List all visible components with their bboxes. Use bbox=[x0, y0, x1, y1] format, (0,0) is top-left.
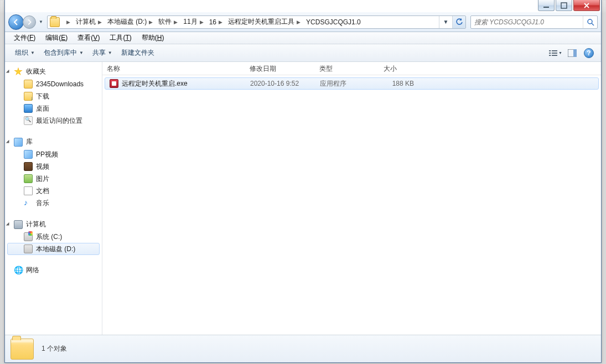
file-size: 188 KB bbox=[380, 80, 418, 87]
sidebar-libraries[interactable]: 库 bbox=[5, 136, 102, 148]
nav-history-dropdown[interactable]: ▼ bbox=[37, 19, 45, 24]
crumb-nov[interactable]: 11月▶ bbox=[180, 16, 205, 28]
preview-pane-button[interactable] bbox=[566, 47, 579, 59]
share-button[interactable]: 共享▼ bbox=[88, 46, 117, 59]
search-box[interactable] bbox=[470, 15, 598, 29]
network-icon: 🌐 bbox=[14, 266, 23, 275]
item-label: 系统 (C:) bbox=[36, 232, 62, 242]
sidebar-item-d[interactable]: 本地磁盘 (D:) bbox=[7, 243, 100, 255]
close-button[interactable] bbox=[573, 0, 600, 11]
newfolder-button[interactable]: 新建文件夹 bbox=[117, 46, 159, 59]
address-dropdown[interactable]: ▼ bbox=[439, 16, 452, 28]
crumb-current[interactable]: YCDSGJCQGJ1.0 bbox=[303, 16, 363, 28]
item-label: 下载 bbox=[36, 92, 49, 101]
sidebar-item-2345[interactable]: 2345Downloads bbox=[5, 78, 102, 90]
view-options-button[interactable]: ▼ bbox=[549, 47, 562, 59]
window-controls bbox=[537, 0, 600, 12]
item-label: 图片 bbox=[36, 174, 49, 184]
svg-rect-6 bbox=[552, 53, 557, 54]
menu-bar: 文件(F) 编辑(E) 查看(V) 工具(T) 帮助(H) bbox=[5, 32, 601, 44]
chevron-down-icon: ▼ bbox=[30, 50, 35, 55]
menu-view[interactable]: 查看(V) bbox=[73, 32, 104, 44]
drive-icon bbox=[24, 245, 33, 253]
library-icon bbox=[24, 150, 33, 159]
crumb-tool[interactable]: 远程定时关机重启工具▶ bbox=[225, 16, 303, 28]
libraries-label: 库 bbox=[26, 137, 33, 147]
file-type: 应用程序 bbox=[315, 79, 380, 89]
sidebar-item-recent[interactable]: 最近访问的位置 bbox=[5, 115, 102, 127]
sidebar-item-video[interactable]: 视频 bbox=[5, 160, 102, 173]
col-type[interactable]: 类型 bbox=[315, 62, 379, 75]
include-label: 包含到库中 bbox=[44, 48, 77, 58]
sidebar-item-desktop[interactable]: 桌面 bbox=[5, 102, 102, 115]
include-button[interactable]: 包含到库中▼ bbox=[39, 46, 88, 59]
crumb-label: 软件 bbox=[158, 17, 172, 27]
crumb-root-arrow[interactable]: ▶ bbox=[61, 16, 72, 28]
sidebar-item-docs[interactable]: 文档 bbox=[5, 185, 102, 197]
menu-edit[interactable]: 编辑(E) bbox=[41, 32, 72, 44]
svg-rect-1 bbox=[561, 3, 567, 8]
help-button[interactable]: ? bbox=[582, 47, 595, 59]
music-icon: ♪ bbox=[24, 199, 33, 207]
minimize-button[interactable] bbox=[538, 0, 555, 11]
crumb-d[interactable]: 本地磁盘 (D:)▶ bbox=[104, 16, 155, 28]
desktop-icon bbox=[24, 104, 33, 113]
crumb-label: 11月 bbox=[183, 17, 197, 27]
expand-icon bbox=[6, 69, 11, 74]
sidebar-computer[interactable]: 计算机 bbox=[5, 218, 102, 231]
navigation-bar: ▼ ▶ 计算机▶ 本地磁盘 (D:)▶ 软件▶ 11月▶ 16▶ 远程定时关机重… bbox=[5, 12, 601, 32]
computer-label: 计算机 bbox=[26, 220, 46, 229]
item-label: 最近访问的位置 bbox=[36, 116, 82, 126]
svg-point-2 bbox=[588, 19, 592, 24]
crumb-software[interactable]: 软件▶ bbox=[155, 16, 180, 28]
sidebar-item-downloads[interactable]: 下载 bbox=[5, 90, 102, 102]
svg-rect-10 bbox=[573, 49, 577, 57]
maximize-button[interactable] bbox=[556, 0, 572, 11]
drive-icon bbox=[24, 232, 33, 241]
back-button[interactable] bbox=[8, 14, 24, 30]
item-label: 视频 bbox=[36, 162, 49, 171]
sidebar-favorites[interactable]: 收藏夹 bbox=[5, 65, 102, 78]
sidebar-item-c[interactable]: 系统 (C:) bbox=[5, 231, 102, 243]
share-label: 共享 bbox=[92, 48, 106, 58]
svg-rect-0 bbox=[543, 7, 549, 8]
item-label: 音乐 bbox=[36, 199, 49, 208]
crumb-label: 计算机 bbox=[76, 17, 96, 27]
crumb-computer[interactable]: 计算机▶ bbox=[72, 16, 104, 28]
sidebar-item-images[interactable]: 图片 bbox=[5, 173, 102, 185]
column-headers: 名称 修改日期 类型 大小 bbox=[102, 62, 601, 75]
sidebar-item-music[interactable]: ♪音乐 bbox=[5, 197, 102, 209]
search-input[interactable] bbox=[471, 18, 583, 26]
sidebar-network[interactable]: 🌐网络 bbox=[5, 264, 102, 277]
status-bar: 1 个对象 bbox=[5, 335, 601, 362]
col-date[interactable]: 修改日期 bbox=[245, 62, 315, 75]
video-icon bbox=[24, 162, 33, 171]
crumb-16[interactable]: 16▶ bbox=[206, 16, 225, 28]
organize-button[interactable]: 组织▼ bbox=[11, 46, 39, 59]
item-label: 本地磁盘 (D:) bbox=[36, 245, 75, 254]
folder-icon bbox=[24, 80, 33, 89]
forward-button[interactable] bbox=[23, 15, 36, 29]
star-icon bbox=[14, 67, 23, 76]
address-bar[interactable]: ▶ 计算机▶ 本地磁盘 (D:)▶ 软件▶ 11月▶ 16▶ 远程定时关机重启工… bbox=[47, 15, 466, 29]
downloads-icon bbox=[24, 92, 33, 101]
file-rows[interactable]: 远程定时关机重启.exe 2020-10-16 9:52 应用程序 188 KB bbox=[102, 75, 601, 335]
chevron-down-icon: ▼ bbox=[108, 50, 112, 55]
refresh-button[interactable] bbox=[452, 16, 465, 28]
item-label: 桌面 bbox=[36, 104, 49, 113]
menu-help[interactable]: 帮助(H) bbox=[137, 32, 169, 44]
library-icon bbox=[14, 138, 23, 147]
menu-file[interactable]: 文件(F) bbox=[9, 32, 40, 44]
menu-tools[interactable]: 工具(T) bbox=[105, 32, 136, 44]
chevron-down-icon: ▼ bbox=[558, 51, 562, 55]
col-name[interactable]: 名称 bbox=[102, 62, 245, 75]
svg-rect-7 bbox=[549, 55, 551, 56]
explorer-window: ▼ ▶ 计算机▶ 本地磁盘 (D:)▶ 软件▶ 11月▶ 16▶ 远程定时关机重… bbox=[4, 0, 602, 363]
organize-label: 组织 bbox=[15, 48, 28, 58]
command-bar: 组织▼ 包含到库中▼ 共享▼ 新建文件夹 ▼ ? bbox=[5, 44, 601, 62]
navigation-pane[interactable]: 收藏夹 2345Downloads 下载 桌面 最近访问的位置 库 PP视频 视… bbox=[5, 62, 102, 335]
file-row[interactable]: 远程定时关机重启.exe 2020-10-16 9:52 应用程序 188 KB bbox=[105, 77, 599, 90]
col-size[interactable]: 大小 bbox=[379, 62, 420, 75]
search-icon[interactable] bbox=[583, 16, 597, 28]
sidebar-item-pp[interactable]: PP视频 bbox=[5, 148, 102, 160]
